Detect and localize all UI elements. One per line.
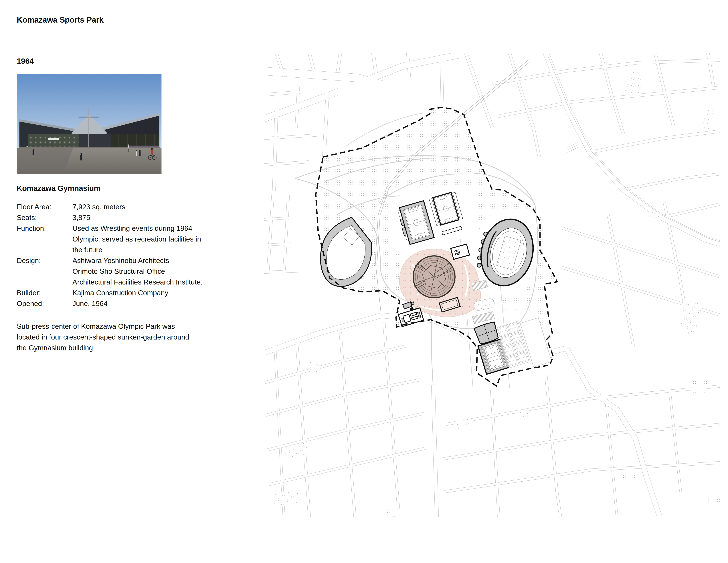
spec-table: Floor Area: 7,923 sq. meters Seats: 3,87… [17,201,203,309]
spec-label: Opened: [17,298,72,309]
page-title: Komazawa Sports Park [17,15,104,24]
year-label: 1964 [17,57,34,66]
site-plan-svg [264,53,720,517]
spec-row-design: Design: Ashiwara Yoshinobu Architects Or… [17,255,203,288]
spec-value: Orimoto Sho Structural Office [72,266,203,277]
site-plan-map [264,53,720,517]
roundabout [379,198,384,203]
spec-value: Olympic, served as recreation facilities… [72,234,201,244]
spec-value: the future [72,244,201,255]
note-line: Sub-press-center of Komazawa Olympic Par… [17,321,189,332]
spec-label: Seats: [17,212,72,223]
spec-value: June, 1964 [72,298,108,309]
spec-value: Ashiwara Yoshinobu Architects [72,255,203,266]
spec-label: Function: [17,223,72,255]
spec-value: Kajima Construction Company [72,288,168,298]
gymnasium-photo [17,74,162,174]
note-line: the Gymnasium building [17,343,189,353]
spec-label: Builder: [17,288,72,298]
spec-row-floor-area: Floor Area: 7,923 sq. meters [17,201,203,212]
note-line: located in four crescent-shaped sunken-g… [17,332,189,343]
gymnasium-photo-illustration [17,74,162,174]
spec-value: Architectural Facilities Research Instit… [72,277,203,288]
page: { "page": { "title": "Komazawa Sports Pa… [0,0,728,563]
spec-row-function: Function: Used as Wrestling events durin… [17,223,203,255]
note-paragraph: Sub-press-center of Komazawa Olympic Par… [17,321,189,353]
spec-row-builder: Builder: Kajima Construction Company [17,288,203,298]
spec-value: Used as Wrestling events during 1964 [72,223,201,234]
spec-value: 7,923 sq. meters [72,201,125,212]
gymnasium-heading: Komazawa Gymnasium [17,184,100,193]
spec-value: 3,875 [72,212,90,223]
spec-label: Design: [17,255,72,288]
spec-label: Floor Area: [17,201,72,212]
spec-row-opened: Opened: June, 1964 [17,298,203,309]
spec-row-seats: Seats: 3,875 [17,212,203,223]
